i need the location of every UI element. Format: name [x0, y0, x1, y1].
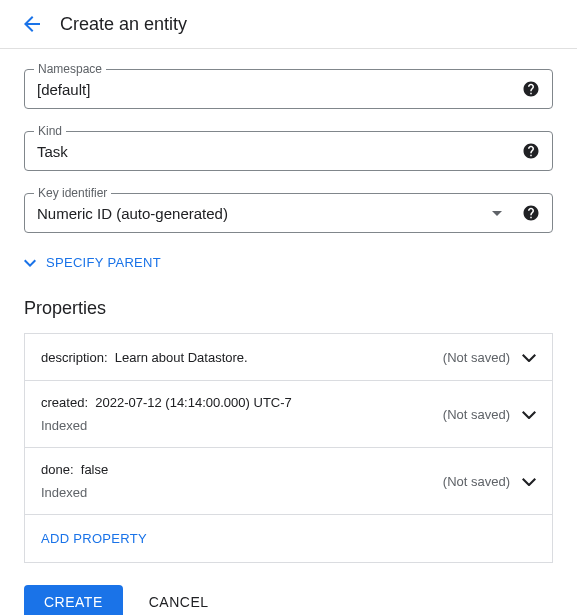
property-row[interactable]: created: 2022-07-12 (14:14:00.000) UTC-7…	[25, 381, 552, 448]
help-icon[interactable]	[522, 142, 540, 160]
chevron-down-icon[interactable]	[522, 472, 536, 490]
add-property-button[interactable]: ADD PROPERTY	[25, 515, 552, 563]
field-value: [default]	[37, 81, 522, 98]
specify-parent-label: SPECIFY PARENT	[46, 255, 161, 270]
property-name: done	[41, 462, 70, 477]
properties-title: Properties	[24, 298, 553, 319]
indexed-label: Indexed	[41, 418, 443, 433]
page-header: Create an entity	[0, 0, 577, 49]
properties-list: description: Learn about Datastore. (Not…	[24, 333, 553, 563]
content: Namespace [default] Kind Task Key identi…	[0, 49, 577, 615]
key-identifier-field[interactable]: Key identifier Numeric ID (auto-generate…	[24, 193, 553, 233]
chevron-down-icon[interactable]	[522, 348, 536, 366]
chevron-down-icon[interactable]	[522, 405, 536, 423]
actions: CREATE CANCEL	[24, 585, 553, 615]
property-name: description	[41, 350, 104, 365]
indexed-label: Indexed	[41, 485, 443, 500]
property-row[interactable]: description: Learn about Datastore. (Not…	[25, 334, 552, 381]
field-label: Key identifier	[34, 186, 111, 200]
field-value: Task	[37, 143, 522, 160]
field-label: Namespace	[34, 62, 106, 76]
status-badge: (Not saved)	[443, 350, 510, 365]
specify-parent-toggle[interactable]: SPECIFY PARENT	[24, 255, 553, 270]
chevron-down-icon	[492, 211, 502, 216]
property-name: created	[41, 395, 84, 410]
cancel-button[interactable]: CANCEL	[149, 594, 209, 610]
back-arrow-icon[interactable]	[20, 12, 44, 36]
status-badge: (Not saved)	[443, 407, 510, 422]
status-badge: (Not saved)	[443, 474, 510, 489]
help-icon[interactable]	[522, 80, 540, 98]
add-property-label: ADD PROPERTY	[25, 515, 552, 562]
kind-field[interactable]: Kind Task	[24, 131, 553, 171]
create-button[interactable]: CREATE	[24, 585, 123, 615]
property-value: false	[81, 462, 108, 477]
field-label: Kind	[34, 124, 66, 138]
property-value: 2022-07-12 (14:14:00.000) UTC-7	[95, 395, 292, 410]
property-row[interactable]: done: false Indexed (Not saved)	[25, 448, 552, 515]
page-title: Create an entity	[60, 14, 187, 35]
help-icon[interactable]	[522, 204, 540, 222]
field-value: Numeric ID (auto-generated)	[37, 205, 492, 222]
namespace-field[interactable]: Namespace [default]	[24, 69, 553, 109]
property-value: Learn about Datastore.	[115, 350, 248, 365]
